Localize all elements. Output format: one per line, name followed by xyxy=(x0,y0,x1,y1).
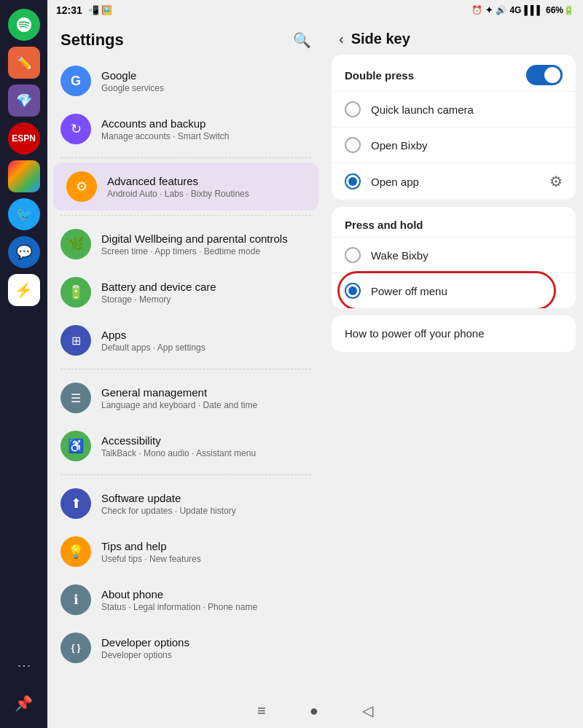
dw-subtitle: Screen time · App timers · Bedtime mode xyxy=(101,246,311,257)
developer-icon: { } xyxy=(60,633,91,663)
settings-item-tips[interactable]: 💡 Tips and help Useful tips · New featur… xyxy=(47,528,324,576)
network-icon: 4G xyxy=(509,5,521,15)
double-press-card: Double press Quick launch camera Open Bi… xyxy=(332,55,576,200)
option-wake-bixby[interactable]: Wake Bixby xyxy=(332,237,576,273)
accounts-icon: ↻ xyxy=(60,114,91,144)
general-subtitle: Language and keyboard · Date and time xyxy=(101,400,311,410)
settings-item-advanced-text: Advanced features Android Auto · Labs · … xyxy=(107,175,305,199)
nav-back-button[interactable]: ◁ xyxy=(362,702,373,719)
settings-item-google[interactable]: G Google Google services xyxy=(47,57,324,105)
wake-bixby-label: Wake Bixby xyxy=(371,249,563,262)
digitalwellbeing-icon: 🌿 xyxy=(60,229,91,259)
general-title: General management xyxy=(101,386,311,399)
settings-item-developer[interactable]: { } Developer options Developer options xyxy=(47,624,324,672)
option-open-bixby[interactable]: Open Bixby xyxy=(332,127,576,163)
settings-item-accessibility[interactable]: ♿ Accessibility TalkBack · Mono audio · … xyxy=(47,422,324,470)
settings-item-software-text: Software update Check for updates · Upda… xyxy=(101,492,311,516)
divider-4 xyxy=(60,474,311,475)
battery-setting-icon: 🔋 xyxy=(60,277,91,308)
option-power-off[interactable]: Power off menu xyxy=(332,273,576,308)
sidebar-app-spotify[interactable] xyxy=(8,9,40,41)
nav-menu-button[interactable]: ≡ xyxy=(257,702,266,719)
detail-title: Side key xyxy=(351,31,410,47)
tips-subtitle: Useful tips · New features xyxy=(101,554,311,564)
press-hold-card: Press and hold Wake Bixby Power off menu xyxy=(332,207,576,308)
main-content: 12:31 📲 🖼️ ⏰ ✦ 🔊 4G ▌▌▌ 66%🔋 Settings 🔍 … xyxy=(47,0,583,728)
software-subtitle: Check for updates · Update history xyxy=(101,506,311,516)
how-to-card[interactable]: How to power off your phone xyxy=(332,316,576,352)
accessibility-icon: ♿ xyxy=(60,431,91,461)
apps-title: Apps xyxy=(101,329,311,341)
advanced-icon: ⚙ xyxy=(66,171,97,202)
developer-subtitle: Developer options xyxy=(101,650,311,660)
tips-icon: 💡 xyxy=(60,536,91,567)
sidebar-grid-button[interactable]: ⋯ xyxy=(8,649,40,681)
press-hold-title: Press and hold xyxy=(332,207,576,237)
toggle-knob xyxy=(544,67,560,83)
general-icon: ☰ xyxy=(60,383,91,413)
battery-icon: 66%🔋 xyxy=(546,5,574,15)
sidebar-app-twitter[interactable]: 🐦 xyxy=(8,198,40,230)
radio-power-off[interactable] xyxy=(345,283,361,299)
settings-item-software[interactable]: ⬆ Software update Check for updates · Up… xyxy=(47,480,324,528)
option-quick-camera[interactable]: Quick launch camera xyxy=(332,91,576,127)
sidebar-app-espn[interactable]: ESPN xyxy=(8,122,40,154)
divider-2 xyxy=(60,215,311,216)
developer-title: Developer options xyxy=(101,636,311,649)
radio-inner-open-app xyxy=(348,177,357,186)
radio-open-bixby[interactable] xyxy=(345,137,361,153)
status-time: 12:31 xyxy=(56,4,82,16)
double-press-header: Double press xyxy=(332,55,576,91)
divider-3 xyxy=(60,369,311,369)
accessibility-title: Accessibility xyxy=(101,434,311,447)
settings-item-accounts[interactable]: ↻ Accounts and backup Manage accounts · … xyxy=(47,105,324,153)
settings-item-digitalwellbeing[interactable]: 🌿 Digital Wellbeing and parental control… xyxy=(47,220,324,268)
bottom-nav: ≡ ● ◁ xyxy=(47,693,583,728)
settings-item-apps[interactable]: ⊞ Apps Default apps · App settings xyxy=(47,316,324,364)
status-notification-icons: 📲 🖼️ xyxy=(88,5,112,15)
radio-open-app[interactable] xyxy=(345,173,361,189)
open-app-label: Open app xyxy=(371,176,539,188)
option-open-app[interactable]: Open app ⚙ xyxy=(332,163,576,200)
settings-item-developer-text: Developer options Developer options xyxy=(101,636,311,660)
advanced-title: Advanced features xyxy=(107,175,305,187)
accounts-title: Accounts and backup xyxy=(101,117,311,130)
settings-title: Settings xyxy=(60,31,124,50)
settings-item-about[interactable]: ℹ About phone Status · Legal information… xyxy=(47,576,324,624)
radio-quick-camera[interactable] xyxy=(345,101,361,117)
settings-item-about-text: About phone Status · Legal information ·… xyxy=(101,588,311,612)
settings-item-general[interactable]: ☰ General management Language and keyboa… xyxy=(47,374,324,422)
settings-item-battery[interactable]: 🔋 Battery and device care Storage · Memo… xyxy=(47,268,324,316)
sidebar-app-color[interactable] xyxy=(8,160,40,192)
battery-title: Battery and device care xyxy=(101,281,311,293)
signal-icon: ▌▌▌ xyxy=(524,5,543,15)
sidebar-app-tasks[interactable]: ✏️ xyxy=(8,47,40,79)
sidebar-app-slack[interactable]: ⚡ xyxy=(8,274,40,306)
settings-item-google-text: Google Google services xyxy=(101,69,311,93)
settings-item-advanced[interactable]: ⚙ Advanced features Android Auto · Labs … xyxy=(53,163,318,211)
app-sidebar: ✏️ 💎 ESPN 🐦 💬 ⚡ ⋯ 📌 xyxy=(0,0,47,728)
status-icons: ⏰ ✦ 🔊 4G ▌▌▌ 66%🔋 xyxy=(472,5,574,15)
back-button[interactable]: ‹ xyxy=(339,31,344,47)
open-bixby-label: Open Bixby xyxy=(371,139,563,152)
google-subtitle: Google services xyxy=(101,83,311,93)
detail-panel: ‹ Side key Double press Quick launch cam… xyxy=(324,20,583,693)
settings-item-accounts-text: Accounts and backup Manage accounts · Sm… xyxy=(101,117,311,141)
sidebar-app-crystal[interactable]: 💎 xyxy=(8,85,40,117)
bluetooth-icon: ✦ xyxy=(485,5,493,15)
about-subtitle: Status · Legal information · Phone name xyxy=(101,602,311,612)
sidebar-app-chat[interactable]: 💬 xyxy=(8,236,40,268)
settings-search-icon[interactable]: 🔍 xyxy=(293,31,311,49)
settings-panel: Settings 🔍 G Google Google services ↻ Ac… xyxy=(47,20,324,693)
nav-home-button[interactable]: ● xyxy=(310,702,318,719)
google-icon: G xyxy=(60,66,91,96)
open-app-gear-icon[interactable]: ⚙ xyxy=(549,173,563,190)
radio-wake-bixby[interactable] xyxy=(345,247,361,263)
sidebar-pin-button[interactable]: 📌 xyxy=(8,687,40,719)
accessibility-subtitle: TalkBack · Mono audio · Assistant menu xyxy=(101,448,311,458)
double-press-toggle[interactable] xyxy=(526,65,563,85)
quick-camera-label: Quick launch camera xyxy=(371,103,563,116)
how-to-label: How to power off your phone xyxy=(345,327,485,340)
advanced-subtitle: Android Auto · Labs · Bixby Routines xyxy=(107,189,305,199)
software-icon: ⬆ xyxy=(60,488,91,519)
